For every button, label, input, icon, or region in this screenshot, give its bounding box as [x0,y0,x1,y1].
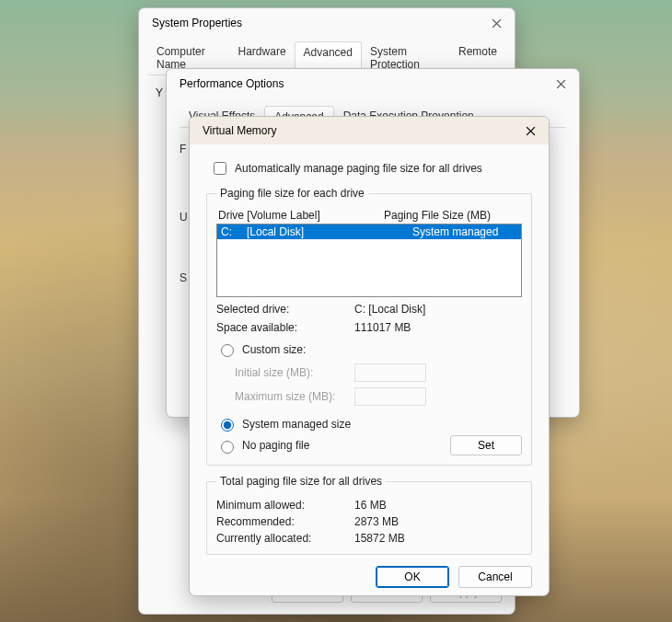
close-icon[interactable] [521,121,539,140]
paging-per-drive-group: Paging file size for each drive Drive [V… [206,187,532,466]
perf-trunc-p: F [180,143,186,156]
custom-size-label: Custom size: [242,343,306,356]
size-column-header: Paging File Size (MB) [384,209,491,222]
system-managed-label: System managed size [242,418,351,431]
drive-label: [Local Disk] [247,225,385,239]
initial-size-label: Initial size (MB): [235,366,354,379]
currently-allocated-key: Currently allocated: [216,532,354,545]
drive-row[interactable]: C: [Local Disk] System managed [217,225,521,239]
custom-size-radio[interactable] [221,344,234,357]
close-icon[interactable] [487,14,505,32]
max-size-label: Maximum size (MB): [235,390,354,403]
auto-manage-label: Automatically manage paging file size fo… [235,162,482,175]
no-paging-radio[interactable] [221,441,234,454]
paging-per-drive-legend: Paging file size for each drive [216,187,368,200]
space-available-key: Space available: [216,321,354,334]
currently-allocated-value: 15872 MB [354,532,405,545]
perf-trunc-u: U [180,211,188,224]
drive-paging-size: System managed [385,225,517,239]
set-button[interactable]: Set [450,435,522,455]
virtual-memory-title: Virtual Memory [203,124,276,137]
recommended-value: 2873 MB [354,515,399,528]
total-paging-legend: Total paging file size for all drives [216,475,386,488]
sysprops-body-hint: Y [156,86,163,99]
selected-drive-value: C: [Local Disk] [354,303,425,316]
min-allowed-value: 16 MB [354,499,387,512]
drive-column-header: Drive [Volume Label] [218,209,384,222]
virtual-memory-dialog: Virtual Memory Automatically manage pagi… [189,116,550,596]
performance-options-title: Performance Options [180,77,284,90]
close-icon[interactable] [551,75,570,93]
no-paging-label: No paging file [242,439,309,452]
system-properties-title: System Properties [152,17,242,29]
ok-button[interactable]: OK [376,566,449,588]
initial-size-input [354,363,426,382]
cancel-button[interactable]: Cancel [458,566,532,588]
perf-trunc-s: S [180,271,187,284]
system-managed-radio[interactable] [221,419,234,432]
drive-letter: C: [221,225,247,239]
total-paging-group: Total paging file size for all drives Mi… [206,475,532,555]
recommended-key: Recommended: [216,515,354,528]
drive-list[interactable]: C: [Local Disk] System managed [216,224,522,297]
max-size-input [354,387,426,406]
min-allowed-key: Minimum allowed: [216,499,354,512]
selected-drive-key: Selected drive: [216,303,354,316]
auto-manage-checkbox[interactable] [214,162,226,175]
space-available-value: 111017 MB [354,321,411,334]
